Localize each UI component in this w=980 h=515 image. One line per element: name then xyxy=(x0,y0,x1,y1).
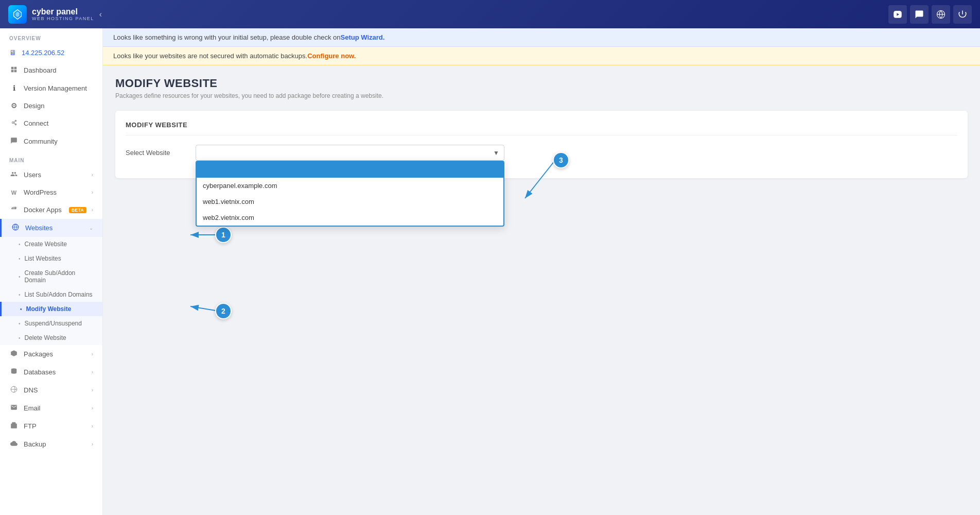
logo-icon xyxy=(8,5,27,24)
ftp-arrow-icon: › xyxy=(92,423,93,429)
dropdown-item-web2[interactable]: web2.vietnix.com xyxy=(197,210,503,226)
backup-alert-bar: Looks like your websites are not secured… xyxy=(103,47,980,65)
chat-icon-btn[interactable] xyxy=(910,5,929,24)
sidebar: OVERVIEW 🖥 14.225.206.52 Dashboard ℹ Ver… xyxy=(0,28,103,515)
wordpress-icon: W xyxy=(9,190,19,196)
databases-arrow-icon: › xyxy=(92,369,93,375)
backup-arrow-icon: › xyxy=(92,441,93,447)
beta-badge: BETA xyxy=(69,207,86,213)
connect-icon xyxy=(9,119,19,128)
sidebar-item-community[interactable]: Community xyxy=(0,132,102,150)
power-icon-btn[interactable] xyxy=(953,5,972,24)
sidebar-item-websites[interactable]: Websites ⌄ xyxy=(0,219,102,237)
sidebar-item-backup[interactable]: Backup › xyxy=(0,435,102,453)
websites-icon xyxy=(11,224,20,232)
svg-rect-4 xyxy=(14,67,17,70)
svg-rect-5 xyxy=(11,70,14,73)
website-select[interactable]: cyberpanel.example.com web1.vietnix.com … xyxy=(196,145,504,161)
ftp-icon xyxy=(9,422,19,431)
sub-item-delete-website[interactable]: Delete Website xyxy=(0,331,102,345)
modify-website-card: MODIFY WEBSITE Select Website cyberpanel… xyxy=(115,111,968,178)
svg-line-11 xyxy=(14,123,15,124)
sidebar-item-version[interactable]: ℹ Version Management xyxy=(0,79,102,97)
sub-item-modify-website[interactable]: Modify Website xyxy=(0,302,102,316)
databases-icon xyxy=(9,368,19,376)
main-content: Looks like something is wrong with your … xyxy=(103,28,980,515)
select-website-wrapper: cyberpanel.example.com web1.vietnix.com … xyxy=(196,145,504,161)
sidebar-item-wordpress[interactable]: W WordPress › xyxy=(0,184,102,201)
select-website-label: Select Website xyxy=(126,149,187,157)
select-website-row: Select Website cyberpanel.example.com we… xyxy=(126,145,957,161)
annotation-2: 2 xyxy=(215,303,232,319)
svg-marker-1 xyxy=(15,11,19,17)
info-icon: ℹ xyxy=(9,84,19,92)
sidebar-item-connect[interactable]: Connect xyxy=(0,114,102,132)
sidebar-item-design[interactable]: ⚙ Design xyxy=(0,97,102,114)
page-subtitle: Packages define resources for your websi… xyxy=(115,92,968,99)
setup-alert-bar: Looks like something is wrong with your … xyxy=(103,28,980,47)
wordpress-arrow-icon: › xyxy=(92,190,93,195)
globe-icon-btn[interactable] xyxy=(932,5,950,24)
card-title: MODIFY WEBSITE xyxy=(126,121,957,135)
email-icon xyxy=(9,404,19,413)
docker-arrow-icon: › xyxy=(92,207,93,213)
monitor-icon: 🖥 xyxy=(9,48,16,57)
community-icon xyxy=(9,137,19,146)
backup-icon xyxy=(9,440,19,449)
sidebar-item-users[interactable]: Users › xyxy=(0,166,102,184)
website-dropdown: cyberpanel.example.com web1.vietnix.com … xyxy=(196,161,504,227)
sidebar-item-email[interactable]: Email › xyxy=(0,399,102,417)
packages-icon xyxy=(9,350,19,358)
sub-item-create-website[interactable]: Create Website xyxy=(0,237,102,251)
setup-wizard-link[interactable]: Setup Wizard. xyxy=(341,33,385,41)
dropdown-item-cyberpanel[interactable]: cyberpanel.example.com xyxy=(197,178,503,194)
page-header: MODIFY WEBSITE Packages define resources… xyxy=(103,65,980,102)
design-icon: ⚙ xyxy=(9,101,19,110)
svg-point-9 xyxy=(15,124,16,125)
email-arrow-icon: › xyxy=(92,405,93,411)
sidebar-item-dns[interactable]: DNS › xyxy=(0,381,102,399)
svg-point-7 xyxy=(12,122,14,124)
svg-line-17 xyxy=(190,306,219,311)
overview-section-label: OVERVIEW xyxy=(0,28,102,44)
svg-point-8 xyxy=(15,120,16,121)
sidebar-item-ftp[interactable]: FTP › xyxy=(0,417,102,435)
dns-arrow-icon: › xyxy=(92,387,93,393)
sub-item-list-websites[interactable]: List Websites xyxy=(0,251,102,266)
sidebar-item-dashboard[interactable]: Dashboard xyxy=(0,61,102,79)
svg-rect-3 xyxy=(11,67,14,70)
top-nav-left: cyber panel WEB HOSTING PANEL ‹ xyxy=(8,5,102,24)
main-section-label: MAIN xyxy=(0,150,102,166)
sidebar-item-databases[interactable]: Databases › xyxy=(0,363,102,381)
svg-line-10 xyxy=(14,121,15,123)
configure-now-link[interactable]: Configure now. xyxy=(307,52,356,60)
dropdown-item-blank[interactable] xyxy=(197,162,503,178)
sidebar-item-packages[interactable]: Packages › xyxy=(0,345,102,363)
users-arrow-icon: › xyxy=(92,172,93,178)
page-title: MODIFY WEBSITE xyxy=(115,77,968,90)
websites-arrow-icon: ⌄ xyxy=(89,225,93,231)
dns-icon xyxy=(9,386,19,394)
top-nav: cyber panel WEB HOSTING PANEL ‹ xyxy=(0,0,980,28)
svg-rect-6 xyxy=(14,70,17,73)
sub-item-suspend-unsuspend[interactable]: Suspend/Unsuspend xyxy=(0,316,102,331)
users-icon xyxy=(9,170,19,179)
top-nav-right xyxy=(888,5,972,24)
layout: OVERVIEW 🖥 14.225.206.52 Dashboard ℹ Ver… xyxy=(0,28,980,515)
sub-item-list-sub-addon[interactable]: List Sub/Addon Domains xyxy=(0,287,102,302)
dropdown-item-web1[interactable]: web1.vietnix.com xyxy=(197,194,503,210)
sidebar-ip[interactable]: 🖥 14.225.206.52 xyxy=(0,44,102,61)
sub-item-create-sub-addon[interactable]: Create Sub/Addon Domain xyxy=(0,266,102,287)
annotation-1: 1 xyxy=(215,227,232,243)
collapse-button[interactable]: ‹ xyxy=(99,10,102,19)
sidebar-item-dockerapps[interactable]: Docker Apps BETA › xyxy=(0,201,102,219)
docker-icon xyxy=(9,205,19,214)
dashboard-icon xyxy=(9,66,19,75)
youtube-icon-btn[interactable] xyxy=(888,5,907,24)
websites-submenu: Create Website List Websites Create Sub/… xyxy=(0,237,102,345)
packages-arrow-icon: › xyxy=(92,351,93,357)
logo-text: cyber panel WEB HOSTING PANEL xyxy=(32,7,94,22)
